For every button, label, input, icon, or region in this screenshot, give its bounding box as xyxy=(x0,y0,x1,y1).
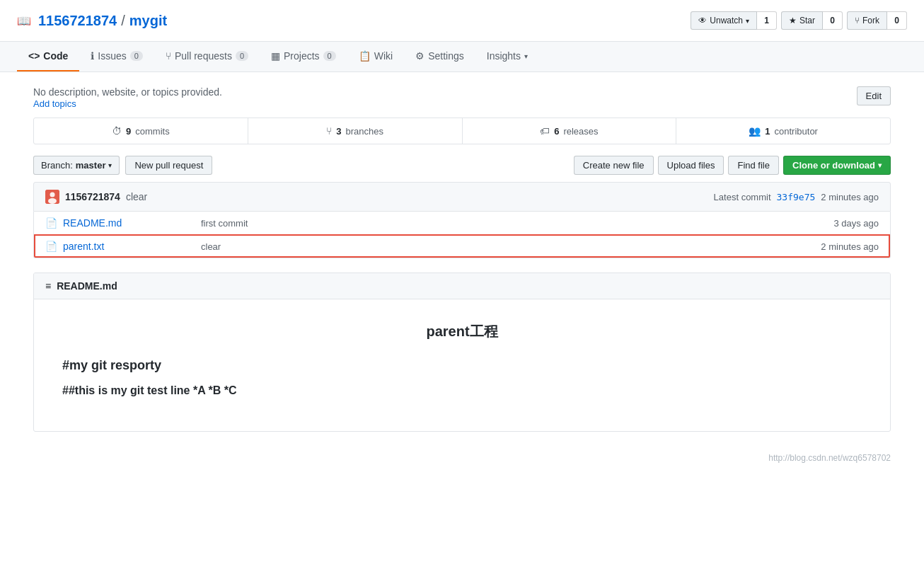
projects-badge: 0 xyxy=(323,51,336,61)
clone-caret-icon: ▾ xyxy=(878,161,882,169)
tab-settings[interactable]: ⚙ Settings xyxy=(404,42,475,71)
toolbar-right: Create new file Upload files Find file C… xyxy=(574,156,891,175)
tab-code-label: Code xyxy=(43,50,68,62)
avatar xyxy=(45,190,59,204)
footer-text: http://blog.csdn.net/wzq6578702 xyxy=(768,453,891,463)
create-new-file-button[interactable]: Create new file xyxy=(574,156,654,175)
clone-label: Clone or download xyxy=(792,160,875,171)
find-file-button[interactable]: Find file xyxy=(728,156,779,175)
commit-bar-left: 1156721874 clear xyxy=(45,190,147,204)
commits-count: 9 xyxy=(126,126,131,137)
branches-label: branches xyxy=(346,126,383,137)
tab-insights[interactable]: Insights ▾ xyxy=(475,42,539,71)
readme-section: ≡ README.md parent工程 #my git resporty ##… xyxy=(33,273,891,432)
commit-time: 2 minutes ago xyxy=(821,192,879,202)
fork-count: 0 xyxy=(887,11,907,30)
file-link-readme[interactable]: README.md xyxy=(63,217,122,229)
repo-description: No description, website, or topics provi… xyxy=(33,86,891,109)
svg-point-2 xyxy=(48,198,57,204)
upload-files-button[interactable]: Upload files xyxy=(658,156,724,175)
unwatch-label: Unwatch xyxy=(710,16,743,25)
clone-or-download-button[interactable]: Clone or download ▾ xyxy=(783,156,891,175)
contributors-stat[interactable]: 👥 1 contributor xyxy=(676,118,890,144)
branch-caret-icon: ▾ xyxy=(108,161,112,169)
description-text: No description, website, or topics provi… xyxy=(33,86,222,98)
branches-stat[interactable]: ⑂ 3 branches xyxy=(248,118,463,144)
add-topics-link[interactable]: Add topics xyxy=(33,98,76,109)
commit-sha[interactable]: 33f9e75 xyxy=(777,192,816,202)
contributors-label: contributor xyxy=(775,126,818,137)
header-actions: 👁 Unwatch ▾ 1 ★ Star 0 ⑂ Fork 0 xyxy=(686,11,907,30)
file-time: 3 days ago xyxy=(773,218,879,229)
repo-name[interactable]: mygit xyxy=(129,13,167,29)
pr-icon: ⑂ xyxy=(166,50,171,62)
tab-code[interactable]: <> Code xyxy=(17,42,79,71)
unwatch-group: 👁 Unwatch ▾ 1 xyxy=(691,11,777,30)
tab-projects[interactable]: ▦ Projects 0 xyxy=(260,42,347,71)
repo-owner[interactable]: 1156721874 xyxy=(38,13,117,29)
star-button[interactable]: ★ Star xyxy=(781,11,823,30)
repo-separator: / xyxy=(121,13,125,29)
tab-issues-label: Issues xyxy=(98,50,126,62)
readme-filename: README.md xyxy=(57,280,117,292)
latest-commit-label: Latest commit xyxy=(714,192,771,202)
star-count: 0 xyxy=(823,11,843,30)
new-pull-request-button[interactable]: New pull request xyxy=(125,156,212,175)
wiki-icon: 📋 xyxy=(359,50,371,62)
tab-projects-label: Projects xyxy=(284,50,320,62)
tab-wiki-label: Wiki xyxy=(374,50,393,62)
tab-issues[interactable]: ℹ Issues 0 xyxy=(79,42,154,71)
tab-settings-label: Settings xyxy=(428,50,464,62)
fork-icon: ⑂ xyxy=(855,16,860,25)
file-icon: 📄 xyxy=(45,241,57,252)
footer-note: http://blog.csdn.net/wzq6578702 xyxy=(33,446,891,470)
repo-title: 📖 1156721874 / mygit xyxy=(17,13,167,29)
releases-icon: 🏷 xyxy=(540,125,550,137)
releases-count: 6 xyxy=(554,126,559,137)
branches-count: 3 xyxy=(336,126,341,137)
file-commit-msg: clear xyxy=(201,241,773,252)
contributors-icon: 👥 xyxy=(749,125,761,137)
tab-wiki[interactable]: 📋 Wiki xyxy=(347,42,404,71)
issues-badge: 0 xyxy=(130,51,143,61)
description-left: No description, website, or topics provi… xyxy=(33,86,222,109)
fork-button[interactable]: ⑂ Fork xyxy=(847,11,887,30)
edit-button[interactable]: Edit xyxy=(857,86,891,105)
tab-pull-requests[interactable]: ⑂ Pull requests 0 xyxy=(154,42,260,71)
commits-label: commits xyxy=(135,126,169,137)
book-icon: 📖 xyxy=(17,14,31,28)
file-link-parent[interactable]: parent.txt xyxy=(63,241,104,252)
pr-badge: 0 xyxy=(236,51,248,61)
file-toolbar: Branch: master ▾ New pull request Create… xyxy=(33,156,891,175)
table-row: 📄 parent.txt clear 2 minutes ago xyxy=(34,234,890,258)
eye-icon: 👁 xyxy=(698,16,707,25)
svg-point-1 xyxy=(50,193,55,197)
issues-icon: ℹ xyxy=(91,50,94,62)
commits-stat[interactable]: ⏱ 9 commits xyxy=(34,118,248,144)
file-commit-msg: first commit xyxy=(201,218,773,229)
releases-label: releases xyxy=(563,126,598,137)
commit-message: clear xyxy=(126,191,147,202)
branches-icon: ⑂ xyxy=(326,125,332,137)
tab-pr-label: Pull requests xyxy=(175,50,232,62)
readme-h2: ##this is my git test line *A *B *C xyxy=(62,384,862,397)
main-content: No description, website, or topics provi… xyxy=(16,72,908,484)
code-icon: <> xyxy=(28,50,40,62)
file-table: 📄 README.md first commit 3 days ago 📄 pa… xyxy=(33,212,891,258)
releases-stat[interactable]: 🏷 6 releases xyxy=(463,118,677,144)
repo-nav: <> Code ℹ Issues 0 ⑂ Pull requests 0 ▦ P… xyxy=(0,42,924,72)
branch-selector[interactable]: Branch: master ▾ xyxy=(33,156,120,175)
repo-header: 📖 1156721874 / mygit 👁 Unwatch ▾ 1 ★ Sta… xyxy=(0,0,924,42)
star-group: ★ Star 0 xyxy=(781,11,843,30)
file-name-col: 📄 parent.txt xyxy=(45,241,201,252)
tab-insights-label: Insights xyxy=(487,50,521,62)
star-label: Star xyxy=(799,16,815,25)
readme-title: parent工程 xyxy=(62,322,862,341)
unwatch-button[interactable]: 👁 Unwatch ▾ xyxy=(691,11,757,30)
commits-icon: ⏱ xyxy=(112,125,122,137)
stats-bar: ⏱ 9 commits ⑂ 3 branches 🏷 6 releases 👥 … xyxy=(33,117,891,144)
unwatch-count: 1 xyxy=(757,11,777,30)
fork-label: Fork xyxy=(862,16,879,25)
commit-author[interactable]: 1156721874 xyxy=(65,191,120,202)
unwatch-caret-icon: ▾ xyxy=(746,17,749,25)
